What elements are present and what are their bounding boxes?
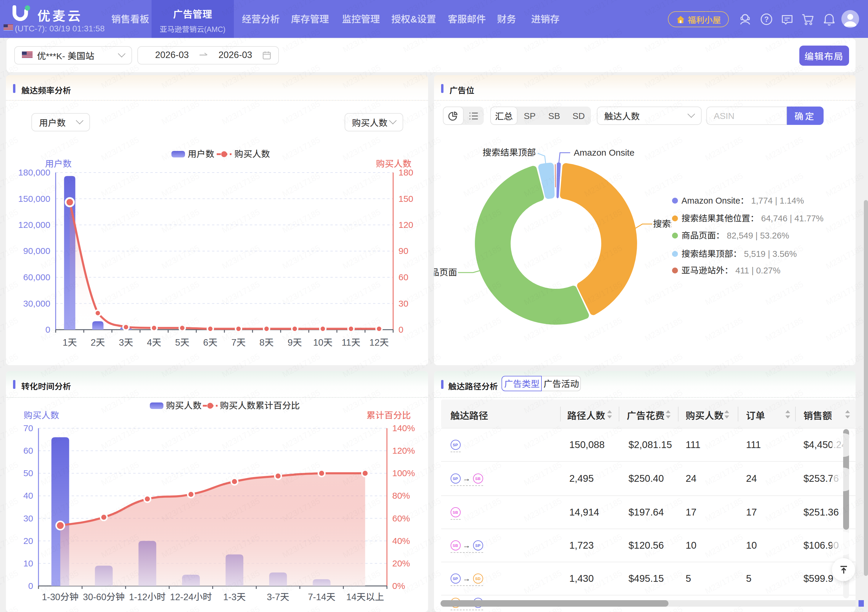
svg-text:4天: 4天: [147, 337, 161, 347]
svg-text:90,000: 90,000: [23, 246, 50, 256]
svg-text:60: 60: [23, 445, 33, 455]
svg-text:10: 10: [23, 558, 33, 568]
svg-text:20: 20: [23, 536, 33, 545]
svg-text:50: 50: [23, 468, 33, 478]
svg-text:90: 90: [398, 246, 408, 256]
svg-text:搜索结果顶部: 搜索结果顶部: [482, 147, 536, 157]
svg-text:5天: 5天: [175, 337, 189, 347]
svg-text:150: 150: [398, 194, 413, 203]
svg-text:14天以上: 14天以上: [346, 592, 384, 602]
svg-text:120%: 120%: [392, 445, 415, 455]
svg-text:180: 180: [398, 167, 413, 177]
svg-text:12-24小时: 12-24小时: [170, 592, 212, 602]
svg-text:3-7天: 3-7天: [267, 592, 289, 602]
svg-text:Amazon Onsite: Amazon Onsite: [574, 147, 634, 157]
svg-text:30,000: 30,000: [23, 298, 50, 308]
svg-text:0: 0: [28, 581, 33, 590]
svg-text:1天: 1天: [62, 337, 77, 347]
svg-text:7-14天: 7-14天: [308, 592, 335, 602]
svg-text:品页面: 品页面: [434, 267, 457, 277]
svg-text:180,000: 180,000: [19, 167, 50, 177]
svg-text:?: ?: [764, 15, 769, 23]
svg-text:7天: 7天: [231, 337, 245, 347]
svg-text:60%: 60%: [392, 513, 410, 523]
svg-text:60: 60: [398, 272, 408, 282]
svg-text:120: 120: [398, 220, 413, 229]
svg-text:150,000: 150,000: [19, 194, 50, 203]
svg-text:搜索结果顶部： 5,519 | 3.56%: 搜索结果顶部： 5,519 | 3.56%: [682, 249, 797, 258]
svg-text:0: 0: [398, 324, 403, 334]
svg-text:8天: 8天: [259, 337, 274, 347]
svg-text:搜索结果其他位置： 64,746 | 41.77%: 搜索结果其他位置： 64,746 | 41.77%: [682, 213, 824, 223]
svg-text:80%: 80%: [392, 490, 410, 500]
svg-text:40%: 40%: [392, 536, 410, 545]
svg-text:2天: 2天: [91, 337, 105, 347]
svg-text:用户数: 用户数: [188, 149, 214, 159]
svg-text:购买人数: 购买人数: [166, 400, 202, 410]
svg-text:Amazon Onsite： 1,774 | 1.14%: Amazon Onsite： 1,774 | 1.14%: [682, 195, 804, 205]
svg-text:1-30分钟: 1-30分钟: [42, 592, 79, 602]
svg-text:购买人数: 购买人数: [24, 410, 59, 420]
svg-text:140%: 140%: [392, 423, 415, 433]
svg-text:商品页面： 82,549 | 53.26%: 商品页面： 82,549 | 53.26%: [682, 231, 789, 240]
svg-text:10天: 10天: [313, 337, 332, 347]
svg-text:9天: 9天: [287, 337, 302, 347]
svg-text:购买人数累计百分比: 购买人数累计百分比: [220, 400, 300, 410]
svg-text:亚马逊站外： 411 | 0.27%: 亚马逊站外： 411 | 0.27%: [682, 265, 780, 275]
svg-text:1-12小时: 1-12小时: [129, 592, 166, 602]
svg-text:3天: 3天: [119, 337, 133, 347]
svg-text:购买人数: 购买人数: [234, 149, 270, 159]
svg-text:30: 30: [23, 513, 33, 523]
svg-text:6天: 6天: [203, 337, 217, 347]
svg-text:70: 70: [23, 423, 33, 433]
svg-text:60,000: 60,000: [23, 272, 50, 282]
svg-text:20%: 20%: [392, 558, 410, 568]
svg-text:40: 40: [23, 490, 33, 500]
svg-text:0: 0: [45, 324, 50, 334]
svg-text:11天: 11天: [342, 337, 360, 347]
svg-text:累计百分比: 累计百分比: [366, 410, 411, 420]
svg-text:30: 30: [398, 298, 408, 308]
svg-text:100%: 100%: [392, 468, 415, 478]
svg-text:12天: 12天: [369, 337, 389, 347]
svg-text:1-3天: 1-3天: [223, 592, 246, 602]
svg-text:30-60分钟: 30-60分钟: [83, 592, 125, 602]
svg-text:0%: 0%: [392, 581, 405, 590]
svg-text:120,000: 120,000: [19, 220, 50, 229]
